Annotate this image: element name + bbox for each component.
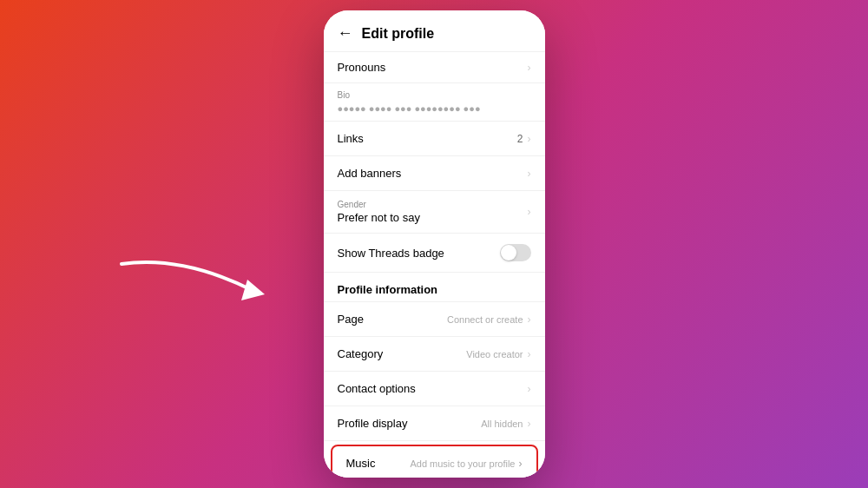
music-sub: Add music to your profile — [410, 458, 515, 469]
contact-options-label: Contact options — [338, 382, 416, 395]
content-scroll[interactable]: Pronouns › Bio ●●●●● ●●●● ●●● ●●●●●●●● ●… — [324, 52, 545, 478]
page-label: Page — [338, 313, 364, 326]
add-banners-item[interactable]: Add banners › — [324, 156, 545, 191]
bio-value: ●●●●● ●●●● ●●● ●●●●●●●● ●●● — [338, 103, 531, 114]
profile-display-item[interactable]: Profile display All hidden › — [324, 406, 545, 441]
category-label: Category — [338, 347, 384, 360]
chevron-icon: › — [528, 62, 531, 74]
profile-display-right: All hidden › — [481, 418, 530, 430]
music-item[interactable]: Music Add music to your profile › — [331, 445, 538, 478]
page-item[interactable]: Page Connect or create › — [324, 302, 545, 337]
gender-value: Prefer not to say — [338, 211, 420, 224]
category-item[interactable]: Category Video creator › — [324, 337, 545, 372]
threads-badge-toggle[interactable] — [500, 244, 531, 261]
back-button[interactable]: ← — [338, 24, 353, 43]
category-right: Video creator › — [466, 348, 530, 360]
page-right: Connect or create › — [447, 313, 530, 326]
gender-content: Gender Prefer not to say — [338, 200, 420, 224]
page-title: Edit profile — [362, 26, 435, 42]
music-right: Add music to your profile › — [410, 458, 522, 470]
profile-display-label: Profile display — [338, 417, 408, 430]
bio-item[interactable]: Bio ●●●●● ●●●● ●●● ●●●●●●●● ●●● — [324, 83, 545, 122]
add-banners-label: Add banners — [338, 167, 402, 180]
category-sub: Video creator — [466, 349, 523, 359]
chevron-icon: › — [528, 313, 531, 326]
chevron-icon: › — [528, 383, 531, 395]
contact-options-item[interactable]: Contact options › — [324, 372, 545, 406]
phone-container: ← Edit profile Pronouns › Bio ●●●●● ●●●●… — [324, 10, 545, 478]
threads-badge-item[interactable]: Show Threads badge — [324, 234, 545, 273]
toggle-knob — [501, 245, 516, 260]
links-right: 2 › — [517, 133, 531, 145]
music-label: Music — [346, 457, 376, 470]
chevron-icon: › — [528, 418, 531, 430]
chevron-icon: › — [528, 168, 531, 180]
links-item[interactable]: Links 2 › — [324, 122, 545, 156]
profile-information-header: Profile information — [324, 273, 545, 302]
pronouns-label: Pronouns — [338, 61, 386, 74]
bio-label: Bio — [338, 90, 531, 103]
svg-marker-0 — [241, 280, 265, 300]
gender-item[interactable]: Gender Prefer not to say › — [324, 191, 545, 234]
threads-badge-label: Show Threads badge — [338, 247, 444, 260]
pronouns-item[interactable]: Pronouns › — [324, 52, 545, 83]
chevron-icon: › — [528, 348, 531, 360]
chevron-icon: › — [528, 133, 531, 145]
arrow-annotation — [113, 247, 286, 320]
chevron-icon: › — [528, 206, 531, 218]
links-label: Links — [338, 132, 364, 145]
gender-label: Gender — [338, 200, 420, 209]
chevron-icon: › — [519, 458, 523, 470]
header: ← Edit profile — [324, 10, 545, 52]
phone-screen: ← Edit profile Pronouns › Bio ●●●●● ●●●●… — [324, 10, 545, 478]
profile-display-sub: All hidden — [481, 419, 523, 429]
links-count: 2 — [517, 133, 523, 145]
page-sub: Connect or create — [447, 314, 523, 325]
